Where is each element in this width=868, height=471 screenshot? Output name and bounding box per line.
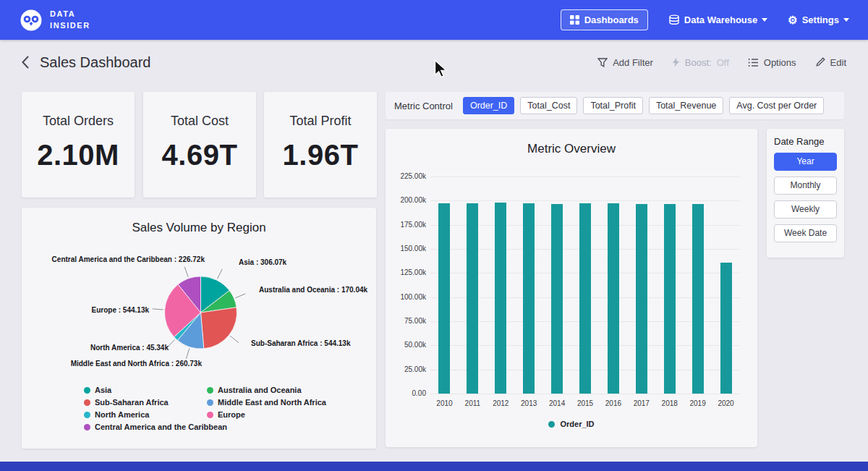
settings-label: Settings <box>802 14 839 25</box>
chevron-down-icon <box>762 18 767 22</box>
kpi-value: 2.10M <box>22 139 135 171</box>
bar-chart-plot: 0.0025.00k50.00k75.00k100.00k125.00k150.… <box>430 177 740 394</box>
top-navbar: DATA INSIDER Dashboards Data Warehouse ⚙… <box>0 0 868 40</box>
metric-button[interactable]: Order_ID <box>463 97 514 114</box>
metric-button[interactable]: Total_Cost <box>520 97 577 114</box>
boost-toggle[interactable]: Boost: Off <box>672 57 729 68</box>
edit-button[interactable]: Edit <box>815 57 846 68</box>
gridline <box>430 200 740 201</box>
kpi-card-total-orders: Total Orders 2.10M <box>22 92 135 198</box>
options-list-icon <box>748 58 759 67</box>
header-left: Sales Dashboard <box>22 54 150 71</box>
sales-volume-pie-card: Sales Volume by Region Asia : 306.07k Au… <box>22 208 376 449</box>
y-axis-tick: 225.00k <box>388 172 426 180</box>
bar-2017[interactable] <box>636 204 647 394</box>
pie-leader-line <box>186 349 190 359</box>
date-range-label: Date Range <box>774 136 837 147</box>
settings-menu[interactable]: ⚙ Settings <box>788 14 849 25</box>
legend-dot <box>84 412 90 418</box>
x-axis-tick: 2012 <box>486 399 515 407</box>
legend-dot <box>548 421 555 428</box>
legend-label: Central America and the Caribbean <box>95 423 227 431</box>
pie-slice-europe[interactable] <box>164 284 200 337</box>
bar-chart-legend: Order_ID <box>386 420 757 428</box>
metric-button[interactable]: Total_Profit <box>583 97 643 114</box>
bar-2018[interactable] <box>664 204 676 394</box>
owl-logo-icon <box>19 8 43 33</box>
bar-2016[interactable] <box>608 203 619 394</box>
options-label: Options <box>764 57 796 68</box>
pie-slice-middle-east-and-north-africa[interactable] <box>177 313 203 349</box>
legend-item: Australia and Oceania <box>207 386 326 394</box>
date-range-button[interactable]: Weekly <box>774 200 837 218</box>
x-axis-tick: 2017 <box>627 399 656 407</box>
boost-label: Boost: <box>685 57 712 68</box>
bar-2014[interactable] <box>551 204 563 394</box>
metric-control-bar: Metric Control Order_ID Total_Cost Total… <box>386 92 844 119</box>
x-axis-tick: 2020 <box>712 399 741 407</box>
back-chevron-icon[interactable] <box>22 56 29 69</box>
pie-callout-central-america-caribbean: Central America and the Caribbean : 226.… <box>40 255 205 263</box>
date-range-button[interactable]: Week Date <box>774 224 837 242</box>
metric-button[interactable]: Total_Revenue <box>649 97 723 114</box>
bar-2011[interactable] <box>467 203 478 394</box>
edit-label: Edit <box>830 57 846 68</box>
pie-callout-middle-east-north-africa: Middle East and North Africa : 260.73k <box>40 360 202 368</box>
pie-callout-australia-oceania: Australia and Oceania : 170.04k <box>259 286 367 294</box>
edit-pencil-icon <box>815 57 825 67</box>
bar-2019[interactable] <box>692 204 704 394</box>
y-axis-tick: 125.00k <box>388 268 426 276</box>
y-axis-tick: 50.00k <box>388 341 426 349</box>
y-axis-tick: 150.00k <box>388 245 426 253</box>
pie-slice-sub-saharan-africa[interactable] <box>201 307 237 349</box>
pie-legend-column-1: AsiaSub-Saharan AfricaNorth AmericaCentr… <box>84 386 227 431</box>
kpi-label: Total Profit <box>264 114 377 129</box>
kpi-card-total-profit: Total Profit 1.96T <box>264 92 377 198</box>
y-axis-tick: 25.00k <box>388 365 426 373</box>
x-axis-tick: 2019 <box>684 399 712 407</box>
gridline <box>430 394 740 394</box>
add-filter-button[interactable]: Add Filter <box>597 57 653 68</box>
chevron-down-icon <box>843 18 849 22</box>
brand-line2: INSIDER <box>50 20 90 31</box>
kpi-label: Total Orders <box>22 114 135 129</box>
bar-2013[interactable] <box>523 203 535 394</box>
bar-2020[interactable] <box>720 263 732 394</box>
legend-item: Europe <box>207 410 326 419</box>
pie-legend-column-2: Australia and OceaniaMiddle East and Nor… <box>207 386 326 419</box>
date-range-card: Date Range Year Monthly Weekly Week Date <box>767 129 844 258</box>
legend-label: Sub-Saharan Africa <box>95 398 169 407</box>
pie-callout-north-america: North America : 45.34k <box>61 344 169 352</box>
pie-slice-north-america[interactable] <box>174 313 201 340</box>
pie-callout-europe: Europe : 544.13k <box>56 306 149 314</box>
pie-leader-line <box>184 267 188 277</box>
pie-slice-asia[interactable] <box>201 276 230 313</box>
bar-2012[interactable] <box>495 203 506 394</box>
metric-button[interactable]: Avg. Cost per Order <box>729 97 824 114</box>
date-range-button[interactable]: Monthly <box>774 177 837 195</box>
x-axis-tick: 2018 <box>655 399 684 407</box>
dashboards-button[interactable]: Dashboards <box>561 9 648 30</box>
legend-dot <box>84 424 90 430</box>
pie-slice-central-america-and-the-caribbean[interactable] <box>178 276 200 313</box>
date-range-button[interactable]: Year <box>774 153 837 171</box>
dashboards-label: Dashboards <box>584 14 639 25</box>
legend-dot <box>207 412 213 418</box>
legend-label: Middle East and North Africa <box>218 398 326 407</box>
legend-label: Asia <box>95 386 111 394</box>
bar-2010[interactable] <box>438 203 450 394</box>
options-button[interactable]: Options <box>748 57 796 68</box>
data-warehouse-menu[interactable]: Data Warehouse <box>668 14 767 26</box>
pie-leader-line <box>153 309 163 310</box>
legend-item: Central America and the Caribbean <box>84 423 227 431</box>
page-title: Sales Dashboard <box>40 54 150 71</box>
kpi-card-total-cost: Total Cost 4.69T <box>143 92 256 198</box>
x-axis-tick: 2010 <box>430 399 459 407</box>
pie-slice-australia-and-oceania[interactable] <box>201 291 237 313</box>
legend-item: Asia <box>84 386 227 394</box>
metric-control-label: Metric Control <box>394 101 453 111</box>
pie-leader-line <box>218 269 223 279</box>
bar-2015[interactable] <box>579 203 591 394</box>
legend-label: Australia and Oceania <box>218 386 302 394</box>
legend-dot <box>84 399 90 406</box>
